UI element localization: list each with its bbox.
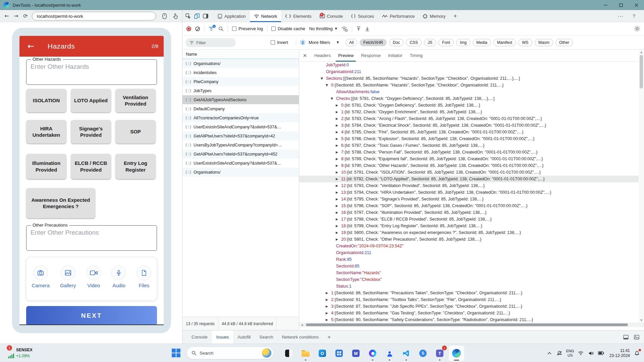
json-line[interactable]: ▶5: {Id: 5786, Check: "Explosion", Secti… <box>299 135 639 142</box>
drawer-tab-network-conditions[interactable]: Network conditions <box>278 330 323 344</box>
weather-icon[interactable] <box>262 348 271 358</box>
tab-application[interactable]: Application <box>213 10 250 22</box>
preview-tab-preview[interactable]: Preview <box>334 50 357 62</box>
touch-mode-icon[interactable] <box>171 12 179 20</box>
chip-font[interactable]: Font <box>438 39 454 46</box>
device-toolbar-icon[interactable] <box>193 11 201 21</box>
taskbar-app-skype[interactable]: S <box>415 346 431 361</box>
chip-all[interactable]: All <box>345 39 357 46</box>
record-network-log-icon[interactable] <box>186 26 191 31</box>
collapse-arrow-icon[interactable]: ▶ <box>336 124 341 127</box>
media-button-gallery[interactable]: Gallery <box>60 265 76 288</box>
import-har-icon[interactable] <box>356 26 361 32</box>
mouse-mode-icon[interactable] <box>160 12 168 20</box>
json-line[interactable]: AllowAttachments: false <box>299 88 639 95</box>
json-line[interactable]: ▶5: {SectionId: 90, SectionName: "Safety… <box>299 316 639 322</box>
chip-css[interactable]: CSS <box>406 39 422 46</box>
json-line[interactable]: Rank: 85 <box>299 256 639 263</box>
preview-tab-timing[interactable]: Timing <box>406 50 427 62</box>
inspect-element-icon[interactable] <box>184 11 193 21</box>
json-line[interactable]: ▶9: {Id: 5790, Check: "Other Hazards", S… <box>299 162 639 169</box>
maximize-button[interactable] <box>613 0 629 10</box>
json-line[interactable]: ▶3: {SectionId: 87, SectionName: "Job Sp… <box>299 303 639 310</box>
collapse-arrow-icon[interactable]: ▶ <box>326 311 331 315</box>
preserve-log-checkbox[interactable]: Preserve log <box>232 26 263 31</box>
hazard-button-elcb-rccb-provided[interactable]: ELCB / RCCB Provided <box>71 154 111 179</box>
chip-doc[interactable]: Doc <box>389 39 404 46</box>
request-row[interactable]: {:}PtwCompany <box>182 77 299 86</box>
collapse-arrow-icon[interactable]: ▶ <box>326 305 331 308</box>
scroll-up-arrow[interactable]: ▲ <box>639 50 644 54</box>
preview-tab-response[interactable]: Response <box>357 50 384 62</box>
json-line[interactable]: ▶3: {Id: 5784, Check: "Electrical Shock"… <box>299 122 639 129</box>
json-line[interactable]: SectionName: "Hazards" <box>299 269 639 276</box>
media-button-video[interactable]: Video <box>86 265 101 288</box>
taskbar-app-people[interactable] <box>382 346 397 361</box>
hazard-button-isolation[interactable]: ISOLATION <box>26 89 66 112</box>
scroll-down-arrow[interactable]: ▼ <box>639 318 644 322</box>
hazard-button-hira-undertaken[interactable]: HIRA Undertaken <box>26 120 66 143</box>
json-line[interactable]: ▶15: {Id: 5796, Check: "SOP", SectionId:… <box>299 202 639 209</box>
json-line[interactable]: ▶14: {Id: 5795, Check: "Signage's Provid… <box>299 196 639 202</box>
stock-widget[interactable]: 1 SENSEX +1.09% <box>6 346 50 361</box>
chip-js[interactable]: JS <box>424 39 436 46</box>
taskbar-app-edge[interactable] <box>449 346 464 361</box>
json-line[interactable]: ▶20: {Id: 5801, Check: "Other Precaution… <box>299 236 639 243</box>
media-button-camera[interactable]: Camera <box>32 265 50 288</box>
preview-tab-initiator[interactable]: Initiator <box>384 50 406 62</box>
start-button[interactable] <box>172 349 181 358</box>
json-line[interactable]: ▶11: {Id: 5792, Check: "LOTO Applied", S… <box>299 176 639 182</box>
collapse-arrow-icon[interactable]: ▶ <box>336 177 341 181</box>
json-line[interactable]: ▼0: {SectionId: 85, SectionName: "Hazard… <box>299 82 639 88</box>
json-line[interactable]: Status: 1 <box>299 283 639 290</box>
scroll-left-arrow[interactable]: ◀ <box>299 322 305 327</box>
forward-button[interactable]: → <box>11 11 21 21</box>
taskbar-app-m365[interactable]: M <box>348 346 364 361</box>
chip-ws[interactable]: WS <box>518 39 532 46</box>
chip-manifest[interactable]: Manifest <box>493 39 516 46</box>
collapse-arrow-icon[interactable]: ▶ <box>336 238 341 241</box>
taskbar-app-file-explorer[interactable] <box>298 346 313 361</box>
collapse-arrow-icon[interactable]: ▶ <box>336 130 341 134</box>
collapse-arrow-icon[interactable]: ▶ <box>336 218 341 221</box>
hazard-button-sop[interactable]: SOP <box>115 120 156 143</box>
collapse-arrow-icon[interactable]: ▶ <box>336 164 341 167</box>
hidden-icons-chevron[interactable] <box>544 347 554 360</box>
more-filters-dropdown[interactable]: More filters <box>309 40 330 45</box>
wifi-icon[interactable] <box>576 347 586 360</box>
collapse-arrow-icon[interactable]: ▶ <box>326 298 331 301</box>
collapse-arrow-icon[interactable]: ▶ <box>336 224 341 228</box>
request-row[interactable]: {:}GetAllPtwUsers?siteId=537&companyId=4… <box>182 149 299 159</box>
taskbar-app-copilot[interactable] <box>365 346 380 361</box>
collapse-arrow-icon[interactable]: ▶ <box>336 117 341 120</box>
notifications-bell-icon[interactable] <box>632 347 642 360</box>
chip-img[interactable]: Img <box>456 39 470 46</box>
chip-wasm[interactable]: Wasm <box>535 39 553 46</box>
scrollbar-thumb[interactable] <box>640 55 643 88</box>
expand-arrow-icon[interactable]: ▼ <box>321 77 326 80</box>
json-line[interactable]: JobTypeId: 0 <box>299 62 639 68</box>
json-line[interactable]: ▶6: {Id: 5787, Check: "Toxic Gases / Fum… <box>299 142 639 149</box>
request-row[interactable]: {:}incidentsites <box>182 68 299 77</box>
tab-elements[interactable]: Elements <box>281 10 315 22</box>
json-line[interactable]: CreatedOn: "2024-09-03T04:23:54Z" <box>299 243 639 249</box>
media-button-audio[interactable]: Audio <box>111 265 126 288</box>
request-row[interactable]: {:}UserExistsInSiteAndCompany?&siteId=53… <box>182 122 299 131</box>
json-line[interactable]: ▼Checks: [{Id: 5781, Check: "Oxygen Defi… <box>299 95 639 102</box>
search-network-icon[interactable] <box>218 26 224 32</box>
tab-memory[interactable]: Memory <box>419 10 449 22</box>
json-line[interactable]: ▼Sections: [{SectionId: 85, SectionName:… <box>299 75 639 82</box>
add-tab-button[interactable]: + <box>449 10 461 22</box>
collapse-arrow-icon[interactable]: ▶ <box>336 184 341 187</box>
json-line[interactable]: ▶8: {Id: 5789, Check: "Equipment fall", … <box>299 156 639 162</box>
json-line[interactable]: ▶12: {Id: 5793, Check: "Ventilation Prov… <box>299 182 639 189</box>
collapse-arrow-icon[interactable]: ▶ <box>336 231 341 234</box>
hazard-button-signage-s-provided[interactable]: Signage's Provided <box>71 120 111 143</box>
filter-input[interactable]: Filter <box>185 38 236 47</box>
other-hazards-field[interactable]: Other Hazards Enter Other Hazards <box>26 59 157 85</box>
do-not-disturb-bell-icon[interactable] <box>554 347 565 360</box>
taskbar-app-outlook[interactable]: O <box>315 346 330 361</box>
expand-arrow-icon[interactable]: ▼ <box>326 83 331 87</box>
devtools-settings-gear-icon[interactable] <box>634 26 640 32</box>
preview-horizontal-scrollbar[interactable]: ◀ <box>299 322 644 327</box>
